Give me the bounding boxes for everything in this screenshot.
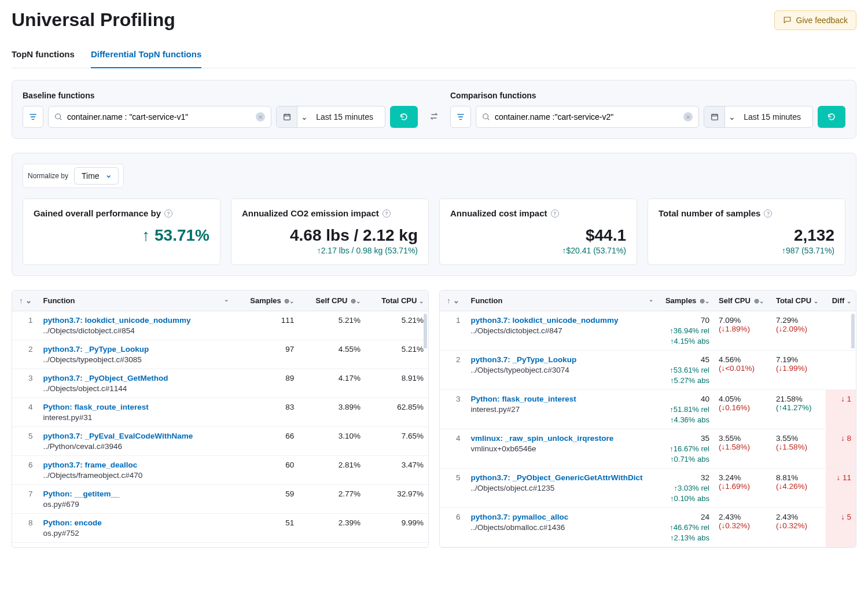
row-rank: 4 bbox=[440, 429, 466, 469]
arrow-down-icon: ↓ bbox=[841, 395, 845, 403]
col-total-cpu[interactable]: Total CPU ⌄ bbox=[365, 290, 428, 311]
function-link[interactable]: python3.7: frame_dealloc bbox=[43, 461, 229, 469]
self-cpu-cell: 5.21% bbox=[299, 311, 365, 340]
samples-cell: 32↑3.03% rel↑0.10% abs bbox=[658, 469, 714, 508]
col-function[interactable]: Function ⌄ bbox=[39, 290, 234, 311]
tab-differential-topn[interactable]: Differential TopN functions bbox=[91, 45, 201, 68]
table-row: 2python3.7: _PyType_Lookup../Objects/typ… bbox=[12, 340, 428, 369]
info-icon[interactable]: ? bbox=[382, 209, 391, 218]
samples-cell: 60 bbox=[233, 456, 299, 485]
diff-cell: ↓ 8 bbox=[826, 429, 856, 469]
diff-cell bbox=[826, 311, 856, 351]
calendar-icon bbox=[711, 113, 719, 121]
self-cpu-cell: 3.55%(↓1.58%) bbox=[714, 429, 771, 469]
function-location: ../Objects/object.c#1144 bbox=[43, 384, 229, 393]
total-cpu-cell: 5.21% bbox=[365, 311, 428, 340]
chevron-down-icon: ⌄ bbox=[729, 112, 735, 122]
comparison-datepicker[interactable]: ⌄ Last 15 minutes bbox=[704, 106, 813, 128]
diff-cell: ↓ 5 bbox=[826, 508, 856, 547]
row-rank: 5 bbox=[12, 427, 39, 456]
function-link[interactable]: python3.7: pymalloc_alloc bbox=[471, 513, 653, 521]
refresh-icon bbox=[827, 112, 836, 122]
function-link[interactable]: python3.7: _PyEval_EvalCodeWithName bbox=[43, 432, 229, 440]
arrow-down-icon: ↓ bbox=[836, 473, 840, 482]
col-self-cpu[interactable]: Self CPU ⊕⌄ bbox=[714, 290, 771, 311]
arrow-up-icon: ↑ bbox=[670, 415, 674, 424]
info-icon[interactable]: ? bbox=[764, 209, 772, 218]
col-function[interactable]: Function ⌄ bbox=[466, 290, 658, 311]
function-link[interactable]: python3.7: _PyObject_GetMethod bbox=[43, 374, 229, 382]
comparison-search-input[interactable] bbox=[495, 112, 679, 122]
arrow-up-icon: ↑ bbox=[670, 494, 674, 503]
tabs: TopN functions Differential TopN functio… bbox=[12, 45, 856, 68]
total-cpu-cell: 9.99% bbox=[365, 514, 428, 543]
diff-cell bbox=[826, 351, 856, 390]
diff-cell: ↓ 1 bbox=[826, 390, 856, 429]
svg-rect-1 bbox=[284, 115, 290, 120]
function-link[interactable]: python3.7: _PyType_Lookup bbox=[43, 345, 229, 354]
baseline-datepicker[interactable]: ⌄ Last 15 minutes bbox=[276, 106, 385, 128]
total-cpu-cell: 8.91% bbox=[365, 369, 428, 398]
col-total-cpu[interactable]: Total CPU ⌄ bbox=[771, 290, 826, 311]
row-rank: 2 bbox=[12, 340, 39, 369]
baseline-filter-button[interactable] bbox=[23, 106, 43, 128]
col-diff[interactable]: Diff ⌄ bbox=[826, 290, 856, 311]
samples-cell: 70↑36.94% rel↑4.15% abs bbox=[658, 311, 714, 351]
col-samples[interactable]: Samples ⊕⌄ bbox=[658, 290, 714, 311]
expand-up-icon[interactable]: ↑ bbox=[447, 296, 451, 305]
baseline-search[interactable]: ✕ bbox=[48, 106, 271, 128]
function-link[interactable]: Python: flask_route_interest bbox=[43, 403, 229, 411]
arrow-up-icon: ↑ bbox=[670, 376, 674, 385]
normalize-label: Normalize by bbox=[28, 172, 68, 180]
sort-icon: ⊕ bbox=[351, 297, 356, 304]
expand-down-icon[interactable]: ⌄ bbox=[453, 296, 459, 305]
table-row: 6python3.7: pymalloc_alloc../Objects/obm… bbox=[440, 508, 856, 547]
comparison-refresh-button[interactable] bbox=[818, 106, 845, 128]
table-row: 5python3.7: _PyObject_GenericGetAttrWith… bbox=[440, 469, 856, 508]
function-location: os.py#752 bbox=[43, 529, 229, 538]
self-cpu-cell: 4.56%(↓<0.01%) bbox=[714, 351, 771, 390]
function-link[interactable]: python3.7: lookdict_unicode_nodummy bbox=[471, 316, 653, 325]
function-link[interactable]: Python: flask_route_interest bbox=[471, 395, 653, 403]
baseline-search-input[interactable] bbox=[67, 112, 251, 122]
col-self-cpu[interactable]: Self CPU ⊕⌄ bbox=[299, 290, 365, 311]
function-link[interactable]: vmlinux: _raw_spin_unlock_irqrestore bbox=[471, 434, 653, 443]
row-rank: 3 bbox=[12, 369, 39, 398]
function-location: ../Objects/dictobject.c#847 bbox=[471, 326, 653, 335]
swap-button[interactable] bbox=[427, 112, 441, 121]
row-rank: 6 bbox=[440, 508, 466, 547]
function-link[interactable]: Python: __getitem__ bbox=[43, 489, 229, 498]
comparison-search[interactable]: ✕ bbox=[476, 106, 699, 128]
arrow-up-icon: ↑ bbox=[670, 444, 674, 453]
col-samples[interactable]: Samples ⊕⌄ bbox=[233, 290, 299, 311]
function-location: ../Objects/obmalloc.c#1436 bbox=[471, 523, 653, 532]
expand-down-icon[interactable]: ⌄ bbox=[25, 296, 32, 305]
info-icon[interactable]: ? bbox=[164, 209, 172, 218]
comparison-table: ↑⌄ Function ⌄ Samples ⊕⌄ Self CPU ⊕⌄ Tot… bbox=[439, 290, 856, 548]
comment-icon bbox=[783, 16, 792, 24]
baseline-refresh-button[interactable] bbox=[390, 106, 418, 128]
comparison-filter-button[interactable] bbox=[450, 106, 471, 128]
give-feedback-button[interactable]: Give feedback bbox=[774, 10, 857, 30]
baseline-clear-icon[interactable]: ✕ bbox=[256, 112, 265, 122]
row-rank: 5 bbox=[440, 469, 466, 508]
function-link[interactable]: python3.7: lookdict_unicode_nodummy bbox=[43, 316, 229, 325]
total-cpu-cell: 7.65% bbox=[365, 427, 428, 456]
function-link[interactable]: Python: encode bbox=[43, 518, 229, 527]
arrow-up-icon: ↑ bbox=[670, 366, 674, 374]
samples-cell: 59 bbox=[233, 485, 299, 514]
info-icon[interactable]: ? bbox=[551, 209, 559, 218]
function-link[interactable]: python3.7: _PyObject_GenericGetAttrWithD… bbox=[471, 473, 653, 482]
expand-up-icon[interactable]: ↑ bbox=[19, 296, 23, 305]
table-row: 2python3.7: _PyType_Lookup../Objects/typ… bbox=[440, 351, 856, 390]
table-row: 3Python: flask_route_interestinterest.py… bbox=[440, 390, 856, 429]
filter-icon bbox=[29, 113, 37, 121]
comparison-clear-icon[interactable]: ✕ bbox=[683, 112, 693, 122]
function-location: ../Objects/dictobject.c#854 bbox=[43, 326, 229, 335]
self-cpu-cell: 3.10% bbox=[299, 427, 365, 456]
tab-topn-functions[interactable]: TopN functions bbox=[12, 45, 75, 68]
normalize-select[interactable]: Time bbox=[74, 167, 119, 185]
table-row: 5python3.7: _PyEval_EvalCodeWithName../P… bbox=[12, 427, 428, 456]
samples-cell: 83 bbox=[233, 398, 299, 427]
function-link[interactable]: python3.7: _PyType_Lookup bbox=[471, 355, 653, 364]
